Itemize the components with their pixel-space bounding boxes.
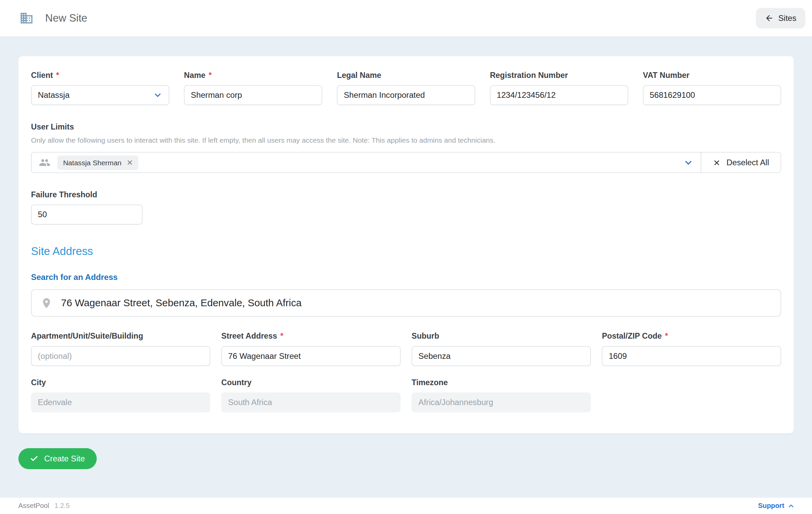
chevron-up-icon [787,502,795,510]
user-limits-section: User Limits Only allow the following use… [31,122,781,173]
deselect-all-button[interactable]: Deselect All [701,152,781,173]
client-label: Client * [31,71,169,80]
vat-number-input[interactable] [643,85,781,105]
page-title: New Site [45,12,87,24]
selected-user-name: Natassja Sherman [63,159,121,166]
street-address-field: Street Address * [222,331,401,366]
check-icon [30,454,38,463]
app-name: AssetPool [19,502,49,510]
selected-user-tag: Natassja Sherman [57,156,138,170]
client-select[interactable]: Natassja [31,85,169,105]
company-fields-row: Client * Natassja Name * [31,71,781,105]
registration-number-label: Registration Number [490,71,628,80]
building-icon [20,11,34,25]
apartment-label: Apartment/Unit/Suite/Building [31,331,210,341]
required-asterisk: * [209,71,212,80]
client-field: Client * Natassja [31,71,169,105]
back-button-label: Sites [778,13,796,23]
remove-user-icon[interactable] [126,159,134,166]
suburb-input[interactable] [411,346,591,366]
legal-name-field: Legal Name [337,71,475,105]
postal-code-label: Postal/ZIP Code * [602,331,781,341]
vat-number-label: VAT Number [643,71,781,80]
vat-number-field: VAT Number [643,71,781,105]
name-field: Name * [184,71,322,105]
country-label: Country [222,378,401,387]
new-site-page: New Site Sites Client * Natassja [0,0,812,514]
back-to-sites-button[interactable]: Sites [756,8,805,28]
failure-threshold-section: Failure Threshold [31,190,781,225]
user-limits-label: User Limits [31,122,781,132]
address-readonly-row: City Country Timezone [31,378,781,412]
address-fields-row: Apartment/Unit/Suite/Building Street Add… [31,331,781,366]
support-link[interactable]: Support [758,502,795,510]
legal-name-label: Legal Name [337,71,475,80]
failure-threshold-label: Failure Threshold [31,190,781,199]
postal-code-field: Postal/ZIP Code * [602,331,781,366]
apartment-input[interactable] [31,346,210,366]
suburb-field: Suburb [411,331,591,366]
city-field: City [31,378,210,412]
country-input [222,392,401,412]
back-arrow-icon [764,14,774,23]
city-label: City [31,378,210,387]
legal-name-input[interactable] [337,85,475,105]
address-search-label: Search for an Address [31,272,781,282]
create-site-label: Create Site [44,454,85,463]
apartment-field: Apartment/Unit/Suite/Building [31,331,210,366]
deselect-icon [713,159,721,166]
registration-number-field: Registration Number [490,71,628,105]
client-select-value: Natassja [38,90,69,100]
address-search-input[interactable] [61,290,772,316]
registration-number-input[interactable] [490,85,628,105]
main-content: Client * Natassja Name * [0,37,812,497]
support-label: Support [758,502,784,510]
user-limits-select[interactable]: Natassja Sherman [31,152,701,173]
required-asterisk: * [665,331,668,341]
user-limits-help-text: Only allow the following users to intera… [31,136,781,145]
failure-threshold-input[interactable] [31,205,143,225]
street-address-label: Street Address * [222,331,401,341]
city-input [31,392,210,412]
name-label: Name * [184,71,322,80]
deselect-all-label: Deselect All [726,158,769,167]
site-address-heading: Site Address [31,245,781,258]
name-input[interactable] [184,85,322,105]
app-version: 1.2.5 [54,502,69,510]
footer-bar: AssetPool 1.2.5 Support [0,497,812,514]
user-limits-control: Natassja Sherman Deselect All [31,152,781,173]
timezone-input [411,392,591,412]
create-site-button[interactable]: Create Site [19,448,97,469]
users-icon [39,157,50,168]
address-search-box[interactable] [31,289,781,317]
timezone-label: Timezone [411,378,591,387]
timezone-field: Timezone [411,378,591,412]
postal-code-input[interactable] [602,346,781,366]
street-address-input[interactable] [222,346,401,366]
chevron-down-icon [153,90,163,100]
new-site-form-card: Client * Natassja Name * [19,56,794,433]
top-bar: New Site Sites [0,0,812,37]
required-asterisk: * [56,71,59,80]
required-asterisk: * [280,331,283,341]
chevron-down-icon [683,158,693,168]
map-pin-icon [40,297,53,309]
suburb-label: Suburb [411,331,591,341]
country-field: Country [222,378,401,412]
